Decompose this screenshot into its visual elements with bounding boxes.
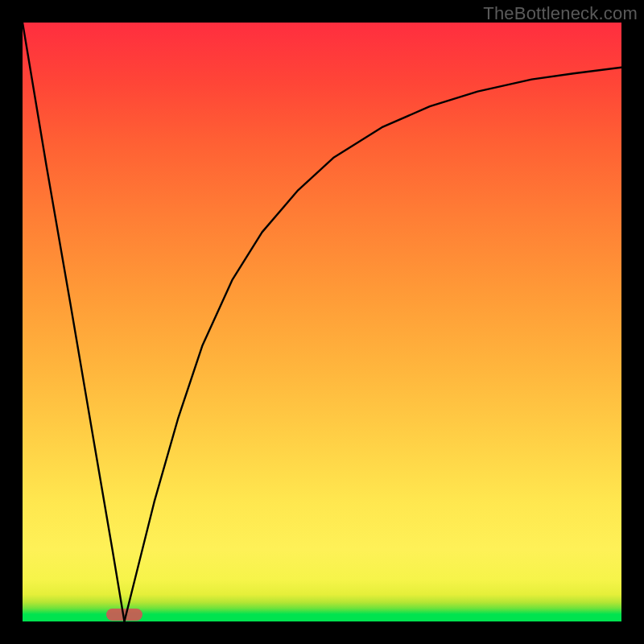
chart-frame: TheBottleneck.com [0, 0, 644, 644]
bottleneck-curve [23, 23, 621, 621]
watermark-text: TheBottleneck.com [483, 3, 638, 24]
curve-left-branch [23, 23, 124, 621]
curve-right-branch [124, 68, 621, 621]
plot-area [23, 23, 621, 621]
